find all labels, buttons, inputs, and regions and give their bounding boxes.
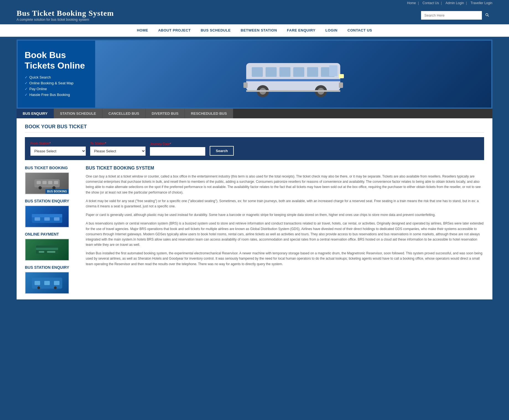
svg-rect-23	[54, 181, 58, 184]
bus-station-enquiry-title-1: BUS STATION ENQUIRY	[25, 199, 80, 203]
feature-1: Quick Search	[25, 75, 88, 79]
article-para-5: Indian Bus installed the first automated…	[86, 251, 484, 267]
svg-rect-9	[329, 65, 337, 76]
svg-rect-27	[32, 214, 62, 217]
site-subtitle: A complete solution for bus ticket booki…	[17, 18, 114, 22]
enquiry-thumb-icon	[30, 275, 64, 291]
svg-rect-10	[246, 79, 340, 81]
journey-date-label: Journey Date*	[150, 142, 205, 146]
logo-area: Bus Ticket Booking System A complete sol…	[17, 9, 114, 22]
article-para-1: One can buy a ticket at a ticket window …	[86, 174, 484, 195]
svg-rect-4	[266, 67, 277, 77]
payment-thumb-icon	[30, 242, 64, 257]
bus-station-enquiry-thumb-1[interactable]	[25, 205, 69, 228]
hero-title: Book Bus Tickets Online	[25, 50, 88, 71]
svg-rect-6	[293, 67, 304, 77]
feature-4: Hassle Free Bus Booking	[25, 93, 88, 97]
search-button[interactable]	[482, 11, 492, 20]
to-station-label: To Station*	[90, 142, 146, 145]
svg-rect-22	[48, 181, 52, 184]
nav-schedule[interactable]: BUS SCHEDULE	[196, 24, 236, 36]
bus-station-enquiry-title-2: BUS STATION ENQUIRY	[25, 265, 80, 270]
book-heading: BOOK YOUR BUS TICKET	[25, 124, 484, 133]
two-column-layout: BUS TICKET BOOKING BUS BOOKING BUS STATI…	[25, 166, 484, 294]
contact-us-link[interactable]: Contact Us	[422, 1, 439, 5]
right-column: BUS TICKET BOOKING SYSTEM One can buy a …	[86, 166, 484, 294]
svg-rect-30	[54, 217, 59, 221]
content-area: BOOK YOUR BUS TICKET From Station* Pleas…	[17, 118, 492, 299]
article-title: BUS TICKET BOOKING SYSTEM	[86, 166, 484, 171]
traveller-login-link[interactable]: Traveller Login	[471, 1, 492, 5]
tab-diverted-bus[interactable]: DIVERTED BUS	[146, 109, 185, 118]
top-bar: Home | Contact Us | Admin Login | Travel…	[0, 0, 509, 6]
svg-rect-37	[44, 281, 50, 285]
tab-station-schedule[interactable]: STATION SCHEDULE	[54, 109, 102, 118]
nav-login[interactable]: LOGIN	[320, 24, 342, 36]
article-para-4: A bus reservations system or central res…	[86, 221, 484, 247]
station-thumb-icon	[30, 209, 64, 224]
nav-home[interactable]: HOME	[132, 24, 153, 36]
svg-rect-33	[39, 251, 44, 253]
hero-text-box: Book Bus Tickets Online Quick Search Onl…	[18, 41, 95, 108]
nav-contact[interactable]: CONTACT US	[342, 24, 377, 36]
svg-point-40	[54, 286, 57, 289]
bus-illustration	[241, 49, 346, 99]
bus-ticket-booking-title: BUS TICKET BOOKING	[25, 166, 80, 170]
bus-ticket-booking-thumb[interactable]: BUS BOOKING	[25, 172, 69, 194]
bus-booking-label: BUS BOOKING	[45, 189, 69, 194]
feature-3: Pay Online	[25, 87, 88, 91]
nav-about[interactable]: ABOUT PROJECT	[153, 24, 196, 36]
tab-cancelled-bus[interactable]: CANCELLED BUS	[102, 109, 146, 118]
svg-rect-21	[42, 181, 46, 184]
svg-rect-3	[252, 67, 263, 77]
from-station-label: From Station*	[30, 142, 86, 145]
hero-banner: Book Bus Tickets Online Quick Search Onl…	[17, 40, 492, 109]
hero-bus-image	[95, 41, 491, 108]
journey-date-group: Journey Date*	[150, 142, 205, 156]
svg-rect-28	[35, 217, 40, 221]
svg-point-0	[486, 13, 488, 15]
svg-rect-7	[307, 67, 318, 77]
home-link[interactable]: Home	[407, 1, 416, 5]
article-para-2: A ticket may be valid for any seat ("fre…	[86, 199, 484, 209]
nav-fare[interactable]: FARE ENQUIRY	[282, 24, 320, 36]
admin-login-link[interactable]: Admin Login	[446, 1, 464, 5]
left-column: BUS TICKET BOOKING BUS BOOKING BUS STATI…	[25, 166, 80, 294]
search-input[interactable]	[421, 11, 482, 20]
article-para-3: Paper or card is generally used, althoug…	[86, 212, 484, 218]
search-icon	[485, 13, 489, 17]
svg-line-1	[488, 15, 489, 16]
svg-point-24	[38, 186, 42, 189]
svg-rect-15	[246, 90, 340, 92]
svg-rect-38	[54, 281, 59, 285]
main-wrapper: Book Bus Tickets Online Quick Search Onl…	[0, 37, 509, 305]
svg-rect-36	[35, 281, 40, 285]
bus-thumb-icon	[33, 176, 61, 190]
feature-2: Online Booking & Seat Map	[25, 81, 88, 85]
from-station-group: From Station* Please Select	[30, 142, 86, 156]
from-station-select[interactable]: Please Select	[30, 147, 86, 156]
to-station-group: To Station* Please Select	[90, 142, 146, 156]
online-payment-title: ONLINE PAYMENT	[25, 232, 80, 236]
main-nav: HOME ABOUT PROJECT BUS SCHEDULE BETWEEN …	[0, 24, 509, 37]
svg-rect-34	[47, 251, 55, 253]
journey-date-input[interactable]	[150, 147, 205, 156]
search-bar	[421, 11, 492, 20]
ticket-form: From Station* Please Select To Station* …	[25, 137, 484, 160]
tab-bus-enquiry[interactable]: BUS ENQUIRY	[17, 109, 54, 118]
to-station-select[interactable]: Please Select	[90, 147, 146, 156]
svg-rect-32	[36, 248, 58, 250]
svg-point-39	[37, 286, 40, 289]
bus-station-enquiry-thumb-2[interactable]	[25, 272, 69, 294]
header: Bus Ticket Booking System A complete sol…	[0, 6, 509, 24]
svg-rect-20	[37, 181, 41, 184]
site-title: Bus Ticket Booking System	[17, 9, 114, 18]
nav-between[interactable]: BETWEEN STATION	[236, 24, 282, 36]
tab-rescheduled-bus[interactable]: RESCHEDULED BUS	[185, 109, 233, 118]
svg-rect-16	[243, 82, 248, 88]
svg-rect-18	[339, 74, 344, 78]
tabs-bar: BUS ENQUIRY STATION SCHEDULE CANCELLED B…	[17, 109, 492, 118]
online-payment-thumb[interactable]	[25, 239, 69, 261]
hero-features: Quick Search Online Booking & Seat Map P…	[25, 75, 88, 98]
search-tickets-button[interactable]: Search	[210, 146, 234, 156]
